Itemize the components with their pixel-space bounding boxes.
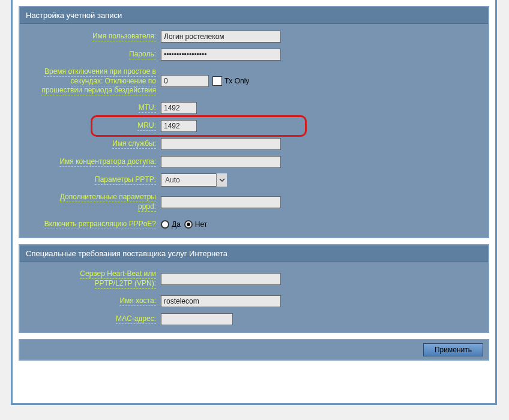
hostname-label: Имя хоста:	[26, 295, 161, 307]
relay-no-label: Нет	[195, 220, 207, 229]
row-idle: Время отключения при простое в секундах:…	[20, 64, 488, 99]
row-mac: MAC-адрес:	[20, 310, 488, 328]
account-settings-panel: Настройка учетной записи Имя пользовател…	[19, 6, 489, 238]
heartbeat-input[interactable]	[161, 273, 281, 285]
row-mtu: MTU:	[20, 99, 488, 117]
pppd-input[interactable]	[161, 196, 281, 208]
relay-yes-label: Да	[172, 220, 181, 229]
service-label: Имя службы:	[26, 138, 161, 150]
service-input[interactable]	[161, 138, 281, 150]
mac-input[interactable]	[161, 313, 233, 325]
mac-label: MAC-адрес:	[26, 313, 161, 325]
password-input[interactable]	[161, 49, 281, 61]
pptp-label: Параметры PPTP:	[26, 174, 161, 186]
row-username: Имя пользователя:	[20, 28, 488, 46]
relay-label: Включить ретрансляцию PPPoE?	[26, 218, 161, 230]
account-settings-header: Настройка учетной записи	[20, 7, 488, 24]
relay-no-radio[interactable]	[184, 220, 193, 229]
username-input[interactable]	[161, 31, 281, 43]
txonly-checkbox[interactable]	[212, 76, 222, 86]
row-mru: MRU:	[20, 117, 488, 135]
apply-button[interactable]: Применить	[423, 343, 483, 356]
row-service: Имя службы:	[20, 135, 488, 153]
concentrator-label: Имя концентратора доступа:	[26, 156, 161, 168]
username-label: Имя пользователя:	[26, 31, 161, 43]
row-heartbeat: Сервер Heart-Beat или PPTP/L2TP (VPN):	[20, 266, 488, 292]
isp-requirements-body: Сервер Heart-Beat или PPTP/L2TP (VPN): И…	[20, 262, 488, 332]
password-label: Пароль:	[26, 49, 161, 61]
heartbeat-label: Сервер Heart-Beat или PPTP/L2TP (VPN):	[26, 268, 161, 289]
mtu-label: MTU:	[26, 102, 161, 114]
radio-dot-icon	[187, 223, 190, 226]
pptp-select[interactable]: Auto	[161, 173, 227, 187]
relay-yes-radio[interactable]	[161, 220, 169, 229]
concentrator-input[interactable]	[161, 156, 281, 168]
chevron-down-icon	[216, 173, 227, 187]
mtu-input[interactable]	[161, 102, 197, 114]
pppd-label: Дополнительные параметры pppd:	[26, 191, 161, 212]
row-pppd: Дополнительные параметры pppd:	[20, 189, 488, 215]
isp-requirements-panel: Специальные требования поставщика услуг …	[19, 244, 489, 333]
hostname-input[interactable]	[161, 295, 281, 307]
row-relay: Включить ретрансляцию PPPoE? Да Нет	[20, 215, 488, 233]
row-concentrator: Имя концентратора доступа:	[20, 153, 488, 171]
row-pptp: Параметры PPTP: Auto	[20, 171, 488, 189]
footer-bar: Применить	[19, 339, 489, 361]
row-password: Пароль:	[20, 46, 488, 64]
row-hostname: Имя хоста:	[20, 292, 488, 310]
txonly-label: Tx Only	[224, 77, 249, 85]
config-window: Настройка учетной записи Имя пользовател…	[11, 0, 497, 405]
mru-label: MRU:	[26, 120, 161, 132]
account-settings-body: Имя пользователя: Пароль: Время отключен…	[20, 24, 488, 237]
idle-label: Время отключения при простое в секундах:…	[26, 66, 161, 97]
idle-input[interactable]	[161, 75, 209, 87]
mru-input[interactable]	[161, 120, 197, 132]
isp-requirements-header: Специальные требования поставщика услуг …	[20, 245, 488, 262]
